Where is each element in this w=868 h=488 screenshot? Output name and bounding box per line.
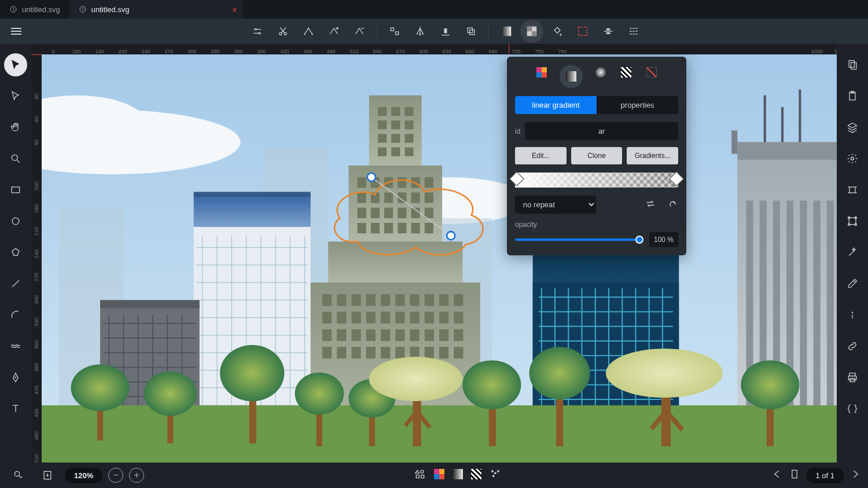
pen-tool[interactable] xyxy=(4,366,27,389)
svg-rect-50 xyxy=(194,198,311,228)
svg-point-25 xyxy=(15,377,17,379)
direct-select-tool[interactable] xyxy=(4,85,27,108)
fill-type-solid[interactable] xyxy=(534,65,549,80)
opacity-value[interactable]: 100 % xyxy=(649,232,678,247)
id-label: id xyxy=(515,127,520,135)
ruler-horizontal[interactable]: 0180140210240270300330360390420450480510… xyxy=(42,44,837,54)
svg-rect-16 xyxy=(527,27,532,31)
svg-rect-45 xyxy=(814,201,821,423)
select-tool[interactable] xyxy=(4,53,27,76)
svg-rect-95 xyxy=(337,294,346,306)
export-icon[interactable] xyxy=(36,464,59,487)
paint-picker-icon[interactable] xyxy=(546,20,569,43)
zoom-tool[interactable] xyxy=(4,147,27,170)
page-icon[interactable] xyxy=(789,468,800,482)
svg-rect-130 xyxy=(410,347,419,358)
stack-icon[interactable] xyxy=(459,20,483,43)
node-minus-icon[interactable] xyxy=(348,20,371,43)
align-distribute-icon[interactable] xyxy=(383,20,406,43)
gradient-stop-start[interactable] xyxy=(509,171,524,186)
ellipse-tool[interactable] xyxy=(4,210,27,233)
document-tab-active[interactable]: untitled.svg × xyxy=(69,0,243,19)
gradient-bar[interactable] xyxy=(515,173,678,188)
tab-linear-gradient[interactable]: linear gradient xyxy=(515,96,597,114)
freehand-tool[interactable] xyxy=(4,335,27,358)
prev-page-icon[interactable] xyxy=(771,468,783,482)
pixel-icon[interactable] xyxy=(490,468,501,482)
align-bottom-icon[interactable] xyxy=(434,20,457,43)
line-tool[interactable] xyxy=(4,272,27,295)
adjust-icon[interactable] xyxy=(246,20,269,43)
layers-icon[interactable] xyxy=(841,116,864,139)
close-tab-icon[interactable]: × xyxy=(232,5,237,14)
svg-rect-69 xyxy=(404,148,413,156)
arc-tool[interactable] xyxy=(4,303,27,326)
link-icon[interactable] xyxy=(841,335,864,358)
flip-icon[interactable] xyxy=(409,20,432,43)
print-icon[interactable] xyxy=(841,366,864,389)
swatch-grid-icon[interactable] xyxy=(434,469,444,482)
edit-button[interactable]: Edit... xyxy=(515,147,567,164)
node-plus-icon[interactable] xyxy=(322,20,345,43)
copy-icon[interactable] xyxy=(841,53,864,76)
bounds-icon[interactable] xyxy=(841,210,864,233)
next-page-icon[interactable] xyxy=(849,468,861,482)
svg-rect-141 xyxy=(317,411,322,446)
tab-title: untitled.svg xyxy=(22,5,60,14)
page-indicator[interactable]: 1 of 1 xyxy=(806,468,844,483)
distribute-horizontal-icon[interactable] xyxy=(622,20,645,43)
menu-button[interactable] xyxy=(6,21,27,42)
gradients-button[interactable]: Gradients... xyxy=(627,147,678,164)
magic-wand-icon[interactable] xyxy=(841,241,864,264)
code-braces-icon[interactable] xyxy=(841,397,864,420)
rectangle-tool[interactable] xyxy=(4,178,27,201)
ruler-vertical[interactable]: 3060901501802102402703003303603904204504… xyxy=(31,54,42,463)
svg-rect-97 xyxy=(366,294,376,306)
settings-icon[interactable] xyxy=(841,147,864,170)
zoom-in-button[interactable]: + xyxy=(129,468,144,483)
shapes-icon[interactable] xyxy=(414,468,426,482)
opacity-slider-handle[interactable] xyxy=(635,236,643,244)
svg-rect-9 xyxy=(391,28,393,31)
svg-rect-125 xyxy=(337,347,346,358)
pattern-swatch-icon[interactable] xyxy=(471,469,481,482)
swap-icon[interactable] xyxy=(645,198,656,212)
canvas[interactable] xyxy=(42,54,837,463)
node-star-icon[interactable] xyxy=(297,20,320,43)
zoom-out-button[interactable]: − xyxy=(108,468,123,483)
marquee-select-icon[interactable] xyxy=(571,20,594,43)
gradient-square-icon[interactable] xyxy=(495,20,518,43)
checker-square-icon[interactable] xyxy=(520,20,543,43)
fill-type-none[interactable] xyxy=(644,65,659,80)
polygon-tool[interactable] xyxy=(4,241,27,264)
zoom-type-icon[interactable] xyxy=(7,464,30,487)
fill-type-pattern[interactable] xyxy=(619,65,634,80)
cut-icon[interactable] xyxy=(271,20,295,43)
document-tab[interactable]: untitled.svg xyxy=(0,0,69,19)
svg-rect-120 xyxy=(410,329,419,341)
svg-rect-78 xyxy=(384,192,393,203)
hand-tool[interactable] xyxy=(4,116,27,139)
text-tool[interactable] xyxy=(4,397,27,420)
fill-type-radial[interactable] xyxy=(593,65,608,80)
align-center-icon[interactable] xyxy=(597,20,620,43)
svg-point-22 xyxy=(12,155,17,160)
repeat-select[interactable]: no repeat xyxy=(515,196,596,214)
gradient-stop-end[interactable] xyxy=(669,171,683,186)
clone-button[interactable]: Clone xyxy=(571,147,623,164)
redo-icon[interactable] xyxy=(667,198,678,212)
tab-properties[interactable]: properties xyxy=(597,96,678,114)
svg-rect-92 xyxy=(411,223,420,233)
eyedropper-icon[interactable] xyxy=(841,272,864,295)
svg-rect-122 xyxy=(439,329,448,341)
gradient-swatch-icon[interactable] xyxy=(453,469,463,482)
fill-type-linear[interactable] xyxy=(560,65,583,88)
transform-icon[interactable] xyxy=(841,178,864,201)
svg-rect-80 xyxy=(411,192,420,203)
fill-panel[interactable]: linear gradient properties id Edit... Cl… xyxy=(507,57,686,255)
info-icon[interactable] xyxy=(841,303,864,326)
opacity-slider[interactable] xyxy=(515,239,643,241)
zoom-level[interactable]: 120% xyxy=(65,468,102,483)
paste-icon[interactable] xyxy=(841,85,864,108)
id-input[interactable] xyxy=(525,122,678,140)
